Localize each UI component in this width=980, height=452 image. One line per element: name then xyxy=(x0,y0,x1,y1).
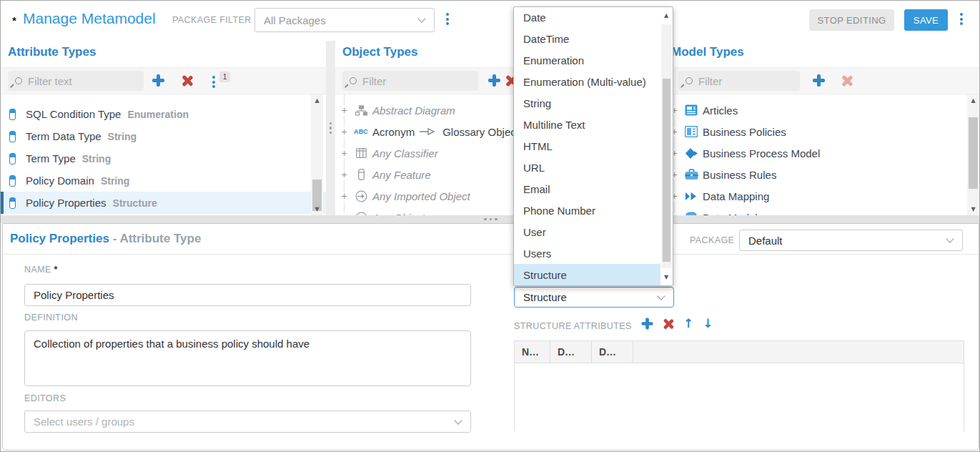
column-header-spacer xyxy=(633,341,964,363)
topbar: * Manage Metamodel PACKAGE FILTER All Pa… xyxy=(1,1,979,40)
attribute-filter-input[interactable] xyxy=(28,75,123,87)
scrollbar-thumb[interactable] xyxy=(663,79,670,262)
feature-pill-icon xyxy=(353,169,369,180)
tree-item[interactable]: + Business Process Model xyxy=(665,142,980,164)
package-filter-menu-icon[interactable] xyxy=(446,13,449,25)
add-structure-attribute-icon[interactable] xyxy=(642,318,653,329)
dropdown-option[interactable]: Phone Number xyxy=(514,200,660,221)
dropdown-option[interactable]: Enumeration xyxy=(514,50,660,72)
expand-icon[interactable]: + xyxy=(340,192,349,201)
delete-model-type-icon-disabled[interactable] xyxy=(841,75,853,87)
tree-item[interactable]: + Business Policies xyxy=(665,121,980,142)
dropdown-option[interactable]: Users xyxy=(514,242,660,264)
dropdown-option-highlighted[interactable]: Structure xyxy=(514,264,660,285)
attribute-name: Term Type xyxy=(26,152,76,164)
scroll-up-icon[interactable] xyxy=(311,97,323,104)
list-item[interactable]: Term Type String xyxy=(1,147,326,170)
model-filter-input[interactable] xyxy=(698,75,783,87)
object-type-label: Any Imported Object xyxy=(372,190,470,202)
list-item[interactable]: Term Data Type String xyxy=(1,125,326,147)
package-filter-select[interactable]: All Packages xyxy=(254,8,435,32)
scroll-up-icon[interactable] xyxy=(967,97,979,104)
scroll-up-icon[interactable] xyxy=(662,12,670,19)
dropdown-option[interactable]: User xyxy=(514,221,660,242)
dropdown-option[interactable]: HTML xyxy=(514,136,660,157)
model-list-scrollbar[interactable] xyxy=(967,94,979,215)
details-title: Policy Properties - Attribute Type xyxy=(10,232,201,246)
object-type-target-label: Glossary Object xyxy=(442,126,519,138)
column-header-name[interactable]: N… xyxy=(515,341,550,363)
expand-icon[interactable]: + xyxy=(340,127,349,137)
import-circle-icon xyxy=(353,190,369,202)
model-filter-box xyxy=(678,71,800,91)
expand-icon[interactable]: + xyxy=(340,170,349,180)
selected-attribute-name: Policy Properties xyxy=(10,232,109,245)
search-icon xyxy=(685,77,693,84)
editors-label: EDITORS xyxy=(24,393,66,403)
package-select[interactable]: Default xyxy=(739,230,963,251)
scroll-down-icon[interactable] xyxy=(311,206,323,212)
data-type-value: Structure xyxy=(523,291,567,303)
tree-item[interactable]: + Data Model xyxy=(665,207,980,215)
column-header-datatype[interactable]: D… xyxy=(550,341,592,363)
dropdown-option[interactable]: Date xyxy=(514,7,660,29)
attribute-name: Policy Properties xyxy=(26,197,107,209)
attribute-data-type: Enumeration xyxy=(127,109,189,120)
dropdown-option[interactable]: Enumeration (Multi-value) xyxy=(514,72,660,93)
tree-item[interactable]: + Data Mapping xyxy=(665,185,980,207)
list-item[interactable]: Policy Domain String xyxy=(1,170,326,192)
details-header: Policy Properties - Attribute Type PACKA… xyxy=(3,224,979,255)
scroll-down-icon[interactable] xyxy=(967,206,979,212)
attribute-icon xyxy=(9,175,16,187)
scrollbar-thumb[interactable] xyxy=(969,117,978,189)
vertical-splitter[interactable] xyxy=(326,41,335,215)
attribute-icon xyxy=(9,109,16,120)
expand-icon[interactable]: + xyxy=(340,149,349,158)
dropdown-option[interactable]: DateTime xyxy=(514,29,660,50)
process-diamond-icon xyxy=(683,147,699,159)
object-filter-input[interactable] xyxy=(362,75,457,87)
page-title: Manage Metamodel xyxy=(23,10,156,27)
scroll-down-icon[interactable] xyxy=(662,274,670,280)
diagram-icon xyxy=(353,105,369,116)
expand-icon[interactable]: + xyxy=(340,106,349,115)
move-up-icon[interactable]: ↑ xyxy=(683,318,693,330)
dropdown-option[interactable]: String xyxy=(514,93,660,114)
dropdown-option[interactable]: URL xyxy=(514,157,660,178)
tree-item[interactable]: + Business Rules xyxy=(665,164,980,185)
model-type-label: Business Process Model xyxy=(703,147,820,159)
attribute-types-menu-icon[interactable] xyxy=(212,76,215,88)
topbar-menu-icon[interactable] xyxy=(960,13,963,25)
horizontal-splitter[interactable] xyxy=(1,215,979,223)
object-type-label: Any Feature xyxy=(372,169,431,181)
save-button[interactable]: SAVE xyxy=(904,9,948,31)
add-object-type-icon[interactable] xyxy=(488,74,500,87)
attribute-menu-badge: 1 xyxy=(219,72,230,82)
list-item-selected[interactable]: Policy Properties Structure xyxy=(1,192,326,214)
data-type-select[interactable]: Structure xyxy=(514,287,674,308)
tree-item[interactable]: + Articles xyxy=(665,99,980,121)
attribute-list-scrollbar[interactable] xyxy=(311,94,323,215)
add-model-type-icon[interactable] xyxy=(813,74,825,87)
model-types-title: Model Types xyxy=(671,45,744,59)
editors-select[interactable]: Select users / groups xyxy=(24,411,471,433)
stop-editing-button[interactable]: STOP EDITING xyxy=(809,9,894,31)
definition-textarea[interactable]: Collection of properties that a business… xyxy=(24,330,471,386)
attribute-name: Term Data Type xyxy=(26,130,102,142)
name-label: NAME * xyxy=(24,265,58,275)
details-panel: Policy Properties - Attribute Type PACKA… xyxy=(2,223,979,451)
briefcase-icon xyxy=(683,169,699,180)
add-attribute-type-icon[interactable] xyxy=(152,74,164,87)
move-down-icon[interactable]: ↓ xyxy=(703,318,713,330)
delete-structure-attribute-icon[interactable] xyxy=(663,318,673,329)
list-item[interactable]: SQL Condition Type Enumeration xyxy=(1,103,326,125)
delete-attribute-type-icon[interactable] xyxy=(182,75,193,87)
chevron-down-icon xyxy=(657,292,665,300)
dropdown-option[interactable]: Multiline Text xyxy=(514,114,660,136)
attribute-icon xyxy=(9,153,16,164)
column-header-definition[interactable]: D… xyxy=(592,341,633,363)
dropdown-option[interactable]: Email xyxy=(514,178,660,200)
search-icon xyxy=(15,77,22,84)
definition-label: DEFINITION xyxy=(24,313,78,323)
name-input[interactable] xyxy=(24,284,471,306)
